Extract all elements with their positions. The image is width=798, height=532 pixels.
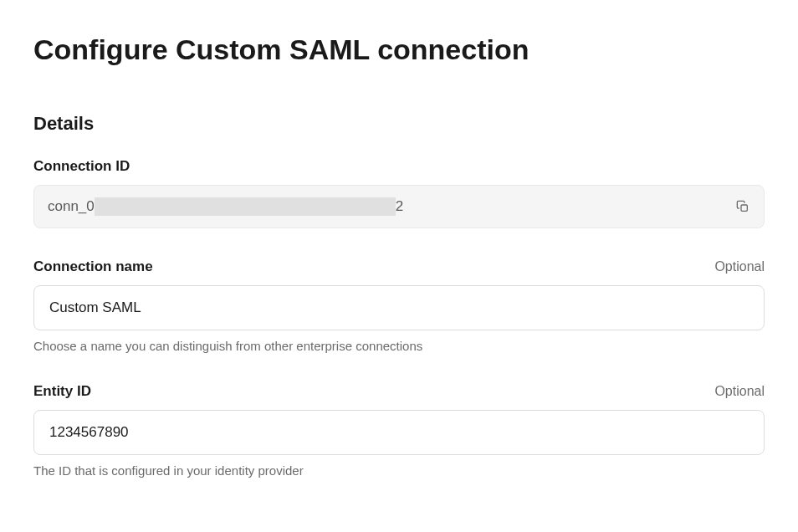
connection-id-value-box: conn_0 2 (33, 185, 765, 228)
connection-name-field: Connection name Optional Choose a name y… (33, 258, 765, 353)
entity-id-input[interactable] (33, 410, 765, 455)
connection-name-header: Connection name Optional (33, 258, 765, 275)
entity-id-field: Entity ID Optional The ID that is config… (33, 383, 765, 478)
connection-id-header: Connection ID (33, 158, 765, 175)
entity-id-optional: Optional (714, 384, 765, 399)
svg-rect-0 (741, 205, 747, 211)
copy-icon[interactable] (735, 199, 750, 214)
page-title: Configure Custom SAML connection (33, 33, 765, 66)
entity-id-header: Entity ID Optional (33, 383, 765, 400)
connection-name-label: Connection name (33, 258, 153, 275)
connection-id-redacted (95, 197, 396, 216)
connection-id-suffix: 2 (396, 198, 403, 215)
connection-id-value: conn_0 2 (48, 197, 403, 216)
connection-name-optional: Optional (714, 259, 765, 274)
section-details-title: Details (33, 113, 765, 135)
entity-id-label: Entity ID (33, 383, 91, 400)
connection-id-label: Connection ID (33, 158, 130, 175)
entity-id-help: The ID that is configured in your identi… (33, 463, 765, 478)
connection-name-input[interactable] (33, 285, 765, 330)
connection-name-help: Choose a name you can distinguish from o… (33, 339, 765, 353)
connection-id-field: Connection ID conn_0 2 (33, 158, 765, 228)
connection-id-prefix: conn_0 (48, 198, 95, 215)
